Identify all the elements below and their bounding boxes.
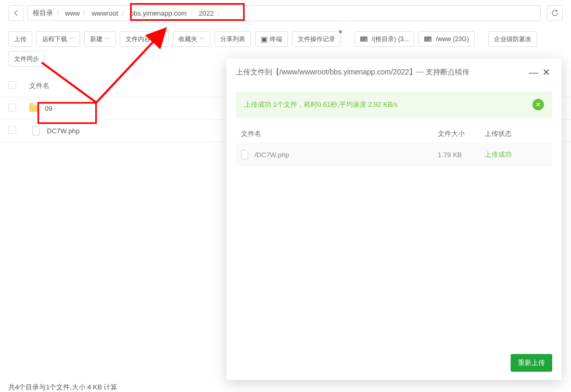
file-name: DC7W.php (47, 127, 80, 135)
chevron-down-icon: ﹀ (199, 35, 205, 43)
terminal-icon: ▣ (261, 35, 268, 43)
share-list-button[interactable]: 分享列表 (214, 31, 251, 47)
upload-file-name: /DC7W.php (255, 151, 289, 159)
modal-title: 上传文件到【/www/wwwroot/bbs.yimenapp.com/2022… (236, 68, 527, 77)
file-sync-button[interactable]: 文件同步 (8, 51, 45, 67)
disk-icon (424, 36, 432, 42)
modal-footer: 重新上传 (226, 346, 562, 380)
refresh-button[interactable] (547, 5, 563, 21)
upload-modal: 上传文件到【/www/wwwroot/bbs.yimenapp.com/2022… (226, 58, 562, 380)
annotation-box (37, 102, 97, 124)
modal-body: 上传成功 1个文件，耗时0.61秒,平均速度 2.92 KB/s ✕ 文件名 文… (226, 86, 562, 346)
file-icon (241, 150, 248, 159)
reupload-button[interactable]: 重新上传 (511, 354, 552, 372)
back-button[interactable] (8, 5, 24, 21)
refresh-icon (551, 9, 559, 17)
chevron-down-icon: ﹀ (69, 35, 74, 43)
dismiss-banner-button[interactable]: ✕ (532, 99, 544, 110)
disk-icon (360, 36, 367, 42)
success-message: 上传成功 1个文件，耗时0.61秒,平均速度 2.92 KB/s (244, 100, 398, 109)
file-op-log-button[interactable]: 文件操作记录 (292, 31, 341, 47)
chevron-right-icon: 〉 (121, 9, 127, 17)
notification-dot-icon (339, 30, 342, 33)
col-size: 文件大小 (438, 129, 485, 138)
close-button[interactable]: ✕ (540, 67, 552, 78)
select-all-checkbox[interactable] (8, 81, 16, 89)
remote-download-button[interactable]: 远程下载﹀ (36, 31, 80, 47)
row-checkbox[interactable] (8, 126, 16, 134)
new-button[interactable]: 新建﹀ (84, 31, 116, 47)
disk-root-button[interactable]: /(根目录) (3... (354, 31, 414, 47)
col-filename[interactable]: 文件名 (29, 81, 49, 91)
breadcrumb-seg[interactable]: wwwroot (92, 9, 118, 17)
disk-www-button[interactable]: /www (23G) (418, 31, 474, 47)
col-status: 上传状态 (485, 129, 547, 138)
chevron-down-icon: ﹀ (105, 35, 110, 43)
upload-table-header: 文件名 文件大小 上传状态 (236, 125, 552, 143)
chevron-right-icon: 〉 (56, 9, 62, 17)
upload-row: /DC7W.php 1.79 KB 上传成功 (236, 143, 552, 167)
footer-summary: 共4个目录与1个文件,大小:4 KB 计算 (8, 383, 117, 392)
path-input[interactable]: 根目录 〉 www 〉 wwwroot 〉 bbs.yimenapp.com 〉… (27, 5, 541, 21)
content-search-button[interactable]: 文件内容查找 (120, 31, 169, 47)
annotation-box (130, 3, 245, 21)
row-checkbox[interactable] (8, 104, 16, 111)
upload-file-status: 上传成功 (485, 150, 547, 159)
upload-button[interactable]: 上传 (8, 31, 32, 47)
file-icon (32, 126, 40, 135)
upload-file-size: 1.79 KB (438, 151, 485, 159)
favorites-button[interactable]: 收藏夹﹀ (173, 31, 210, 47)
minimize-button[interactable]: — (527, 67, 540, 78)
breadcrumb-seg[interactable]: www (65, 9, 80, 17)
breadcrumb-bar: 根目录 〉 www 〉 wwwroot 〉 bbs.yimenapp.com 〉… (0, 0, 571, 26)
success-banner: 上传成功 1个文件，耗时0.61秒,平均速度 2.92 KB/s ✕ (236, 92, 552, 118)
breadcrumb-seg[interactable]: 根目录 (33, 8, 53, 18)
anti-tamper-button[interactable]: 企业级防篡改 (488, 31, 537, 47)
col-name: 文件名 (241, 129, 438, 138)
chevron-right-icon: 〉 (83, 9, 88, 17)
modal-header: 上传文件到【/www/wwwroot/bbs.yimenapp.com/2022… (226, 58, 562, 86)
terminal-button[interactable]: ▣终端 (255, 31, 288, 47)
